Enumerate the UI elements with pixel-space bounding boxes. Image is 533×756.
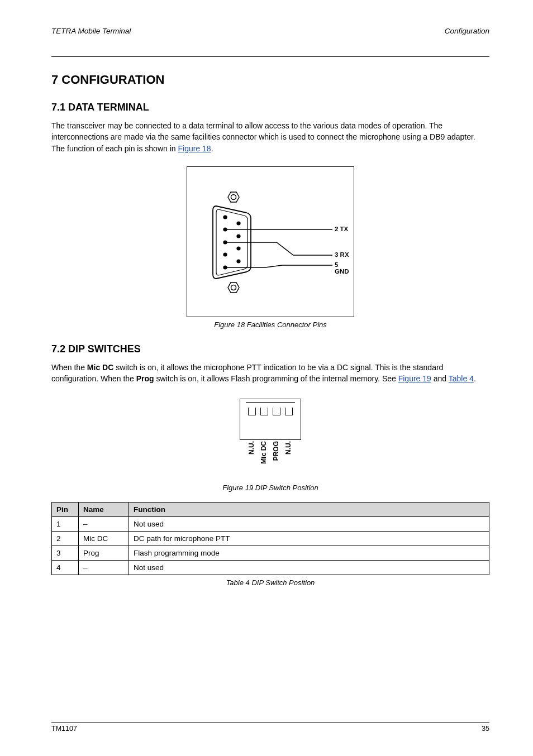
dip-switch-2: [260, 408, 268, 415]
figure-18-caption: Figure 18 Facilities Connector Pins: [51, 320, 489, 329]
dip-switch-3: [273, 408, 280, 415]
figure-18-callouts: [187, 167, 355, 318]
table4-link[interactable]: Table 4: [449, 374, 474, 383]
pin2-label: 2 TX: [335, 226, 348, 232]
page-footer: TM1107 35: [51, 722, 489, 733]
footer-page-number: 35: [482, 725, 489, 733]
figure19-link[interactable]: Figure 19: [398, 374, 431, 383]
section-heading-data-terminal: 7.1 DATA TERMINAL: [51, 102, 489, 113]
dip-label-2: Mic DC: [260, 441, 268, 464]
dip-label-3: PROG: [272, 441, 280, 461]
cell-fn: Not used: [129, 517, 489, 532]
table-4: Pin Name Function 1 – Not used 2 Mic DC …: [51, 502, 489, 587]
cell-name: Prog: [79, 546, 129, 561]
cell-name: Mic DC: [79, 532, 129, 546]
section1-text-a: The transceiver may be connected to a da…: [51, 121, 475, 153]
header-rule: [51, 56, 489, 57]
dip-switch-table: Pin Name Function 1 – Not used 2 Mic DC …: [51, 502, 489, 575]
figure-19-diagram: [240, 399, 301, 440]
cell-name: –: [79, 561, 129, 575]
header-right: Configuration: [445, 27, 489, 35]
cell-fn: Not used: [129, 561, 489, 575]
s2-c: switch is on, it allows Flash programmin…: [154, 374, 398, 383]
figure-19: N.U. Mic DC PROG N.U. Figure 19 DIP Swit…: [51, 399, 489, 492]
s2-a: When the: [51, 363, 87, 372]
dip-label-4: N.U.: [284, 441, 292, 454]
header-left: TETRA Mobile Terminal: [51, 27, 131, 35]
cell-fn: Flash programming mode: [129, 546, 489, 561]
figure-19-caption: Figure 19 DIP Switch Position: [51, 484, 489, 492]
s2-d: and: [431, 374, 449, 383]
footer-rule: [51, 722, 489, 722]
term-prog: Prog: [136, 374, 154, 383]
cell-pin: 3: [52, 546, 79, 561]
cell-pin: 1: [52, 517, 79, 532]
s2-e: .: [474, 374, 476, 383]
dip-switch-1: [248, 408, 256, 415]
cell-name: –: [79, 517, 129, 532]
th-pin: Pin: [52, 503, 79, 517]
dip-label-1: N.U.: [248, 441, 255, 454]
term-mic-dc: Mic DC: [87, 363, 113, 372]
figure-18-diagram: 2 TX 3 RX 5 GND: [187, 166, 354, 317]
section2-paragraph: When the Mic DC switch is on, it allows …: [51, 362, 489, 385]
cell-pin: 4: [52, 561, 79, 575]
figure-18: 2 TX 3 RX 5 GND Figure 18 Facilities Con…: [51, 166, 489, 329]
cell-fn: DC path for microphone PTT: [129, 532, 489, 546]
dip-switch-4: [285, 408, 293, 415]
table-4-caption: Table 4 DIP Switch Position: [51, 578, 489, 587]
page-header: TETRA Mobile Terminal Configuration: [51, 27, 489, 35]
section-heading-dip-switches: 7.2 DIP SWITCHES: [51, 343, 489, 355]
page-title: 7 CONFIGURATION: [51, 73, 489, 87]
section1-text-b: .: [211, 144, 213, 153]
th-function: Function: [129, 503, 489, 517]
cell-pin: 2: [52, 532, 79, 546]
table-row: 2 Mic DC DC path for microphone PTT: [52, 532, 489, 546]
dip-top-rail: [246, 402, 295, 408]
table-header-row: Pin Name Function: [52, 503, 489, 517]
pin3-label: 3 RX: [335, 251, 349, 258]
table-row: 1 – Not used: [52, 517, 489, 532]
footer-doc-id: TM1107: [51, 725, 77, 733]
figure18-link[interactable]: Figure 18: [178, 144, 211, 153]
table-row: 4 – Not used: [52, 561, 489, 575]
th-name: Name: [79, 503, 129, 517]
pin5-label: 5 GND: [335, 261, 354, 275]
table-row: 3 Prog Flash programming mode: [52, 546, 489, 561]
section1-paragraph: The transceiver may be connected to a da…: [51, 120, 489, 154]
